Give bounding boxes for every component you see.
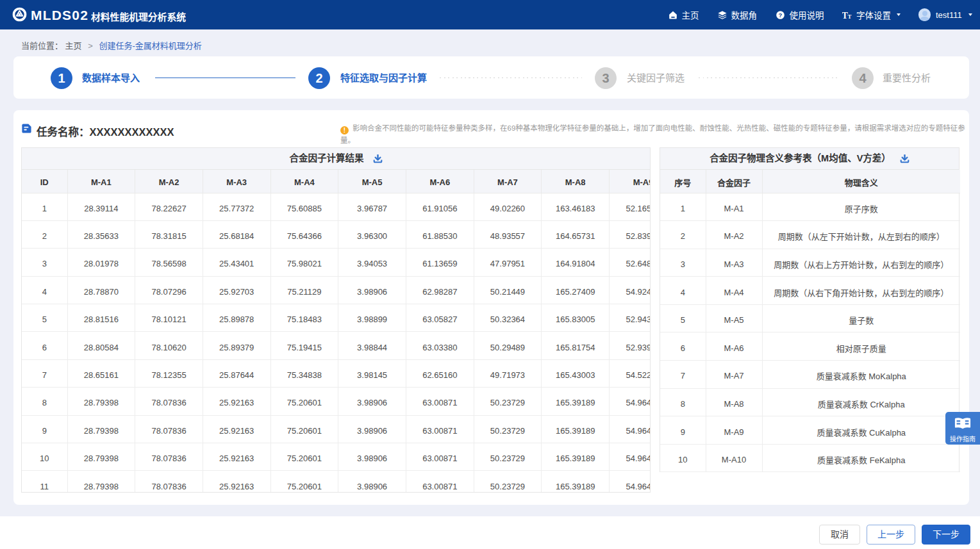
svg-text:?: ? [778, 12, 782, 19]
svg-text:T: T [848, 13, 852, 20]
